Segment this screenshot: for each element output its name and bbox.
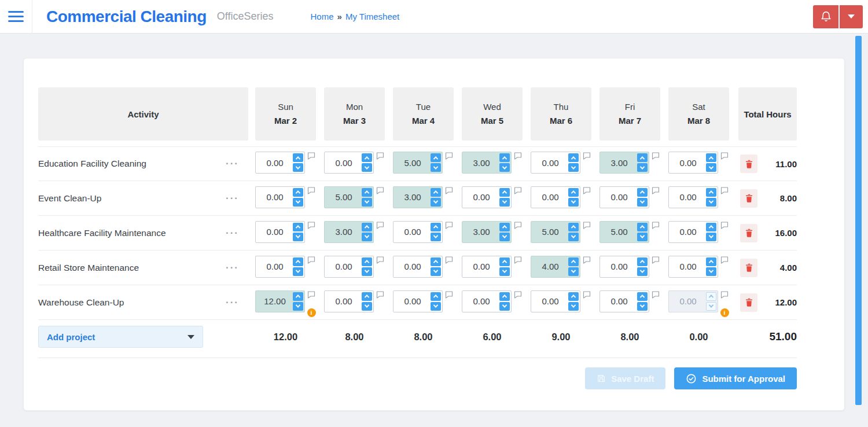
save-draft-button[interactable]: Save Draft xyxy=(585,367,665,389)
hours-input[interactable]: 0.00 xyxy=(599,290,649,312)
increment-button[interactable] xyxy=(637,188,648,197)
comment-icon[interactable] xyxy=(307,256,315,264)
comment-icon[interactable] xyxy=(376,256,384,264)
decrement-button[interactable] xyxy=(706,302,716,311)
decrement-button[interactable] xyxy=(499,302,510,311)
comment-icon[interactable] xyxy=(720,152,729,160)
delete-row-button[interactable] xyxy=(740,293,757,312)
delete-row-button[interactable] xyxy=(740,259,757,277)
row-options-ellipsis-icon[interactable]: ··· xyxy=(226,161,239,167)
decrement-button[interactable] xyxy=(637,163,648,172)
hours-input[interactable]: 5.00 xyxy=(393,152,443,174)
decrement-button[interactable] xyxy=(706,198,716,207)
decrement-button[interactable] xyxy=(362,233,372,241)
increment-button[interactable] xyxy=(293,153,303,162)
increment-button[interactable] xyxy=(431,188,441,197)
hours-input[interactable]: 0.00 xyxy=(599,256,649,278)
increment-button[interactable] xyxy=(637,292,648,301)
hours-input[interactable]: 0.00 xyxy=(462,186,512,208)
hours-input[interactable]: 0.00 xyxy=(255,152,305,174)
increment-button[interactable] xyxy=(499,223,510,231)
comment-icon[interactable] xyxy=(583,291,591,299)
comment-icon[interactable] xyxy=(445,152,453,160)
decrement-button[interactable] xyxy=(431,233,441,241)
comment-icon[interactable] xyxy=(514,291,522,299)
increment-button[interactable] xyxy=(568,257,579,266)
decrement-button[interactable] xyxy=(293,302,303,311)
comment-icon[interactable] xyxy=(720,291,729,299)
delete-row-button[interactable] xyxy=(740,189,757,208)
comment-icon[interactable] xyxy=(445,256,453,264)
increment-button[interactable] xyxy=(293,223,303,231)
decrement-button[interactable] xyxy=(431,198,441,207)
hours-input[interactable]: 0.00 xyxy=(393,290,443,312)
increment-button[interactable] xyxy=(706,223,716,231)
comment-icon[interactable] xyxy=(652,152,660,160)
warning-info-icon[interactable]: i xyxy=(307,308,316,317)
comment-icon[interactable] xyxy=(376,152,384,160)
increment-button[interactable] xyxy=(293,188,303,197)
hours-input[interactable]: 0.00 xyxy=(462,256,512,278)
comment-icon[interactable] xyxy=(445,222,453,229)
decrement-button[interactable] xyxy=(431,302,441,311)
increment-button[interactable] xyxy=(706,153,716,162)
row-options-ellipsis-icon[interactable]: ··· xyxy=(226,265,239,271)
row-options-ellipsis-icon[interactable]: ··· xyxy=(226,196,239,201)
comment-icon[interactable] xyxy=(652,187,660,194)
hours-input[interactable]: 12.00 xyxy=(255,290,305,312)
increment-button[interactable] xyxy=(431,223,441,231)
decrement-button[interactable] xyxy=(637,233,648,241)
hours-input[interactable]: 5.00 xyxy=(324,186,374,208)
increment-button[interactable] xyxy=(431,257,441,266)
comment-icon[interactable] xyxy=(376,222,384,229)
comment-icon[interactable] xyxy=(514,152,522,160)
decrement-button[interactable] xyxy=(293,267,303,276)
hours-input[interactable]: 3.00 xyxy=(393,186,443,208)
decrement-button[interactable] xyxy=(706,233,716,241)
increment-button[interactable] xyxy=(362,292,372,301)
comment-icon[interactable] xyxy=(307,291,315,299)
increment-button[interactable] xyxy=(431,153,441,162)
hours-input[interactable]: 5.00 xyxy=(599,221,649,243)
increment-button[interactable] xyxy=(568,188,579,197)
hours-input[interactable]: 0.00 xyxy=(668,221,718,243)
hours-input[interactable]: 0.00 xyxy=(531,186,580,208)
increment-button[interactable] xyxy=(706,292,716,301)
increment-button[interactable] xyxy=(499,188,510,197)
hours-input[interactable]: 0.00 xyxy=(599,186,649,208)
hours-input[interactable]: 3.00 xyxy=(599,152,649,174)
hours-input[interactable]: 3.00 xyxy=(462,152,512,174)
comment-icon[interactable] xyxy=(514,256,522,264)
increment-button[interactable] xyxy=(362,153,372,162)
increment-button[interactable] xyxy=(362,257,372,266)
hours-input[interactable]: 0.00 xyxy=(255,221,305,243)
decrement-button[interactable] xyxy=(499,198,510,207)
hours-input[interactable]: 0.00 xyxy=(324,152,374,174)
increment-button[interactable] xyxy=(568,223,579,231)
breadcrumb-current[interactable]: My Timesheet xyxy=(345,12,399,21)
decrement-button[interactable] xyxy=(637,302,648,311)
delete-row-button[interactable] xyxy=(740,224,757,242)
breadcrumb-home-link[interactable]: Home xyxy=(311,12,334,21)
decrement-button[interactable] xyxy=(362,267,372,276)
comment-icon[interactable] xyxy=(583,222,591,229)
hours-input[interactable]: 0.00 xyxy=(324,256,374,278)
increment-button[interactable] xyxy=(637,257,648,266)
comment-icon[interactable] xyxy=(720,256,729,264)
increment-button[interactable] xyxy=(637,153,648,162)
comment-icon[interactable] xyxy=(652,291,660,299)
submit-for-approval-button[interactable]: Submit for Approval xyxy=(674,367,797,389)
hours-input[interactable]: 0.00 xyxy=(531,290,580,312)
hours-input[interactable]: 0.00 xyxy=(324,290,374,312)
decrement-button[interactable] xyxy=(431,163,441,172)
decrement-button[interactable] xyxy=(293,198,303,207)
comment-icon[interactable] xyxy=(376,187,384,194)
hours-input[interactable]: 0.00 xyxy=(668,186,718,208)
hours-input[interactable]: 4.00 xyxy=(531,256,580,278)
decrement-button[interactable] xyxy=(362,163,372,172)
decrement-button[interactable] xyxy=(499,233,510,241)
decrement-button[interactable] xyxy=(637,198,648,207)
comment-icon[interactable] xyxy=(652,256,660,264)
delete-row-button[interactable] xyxy=(740,154,757,173)
increment-button[interactable] xyxy=(706,188,716,197)
